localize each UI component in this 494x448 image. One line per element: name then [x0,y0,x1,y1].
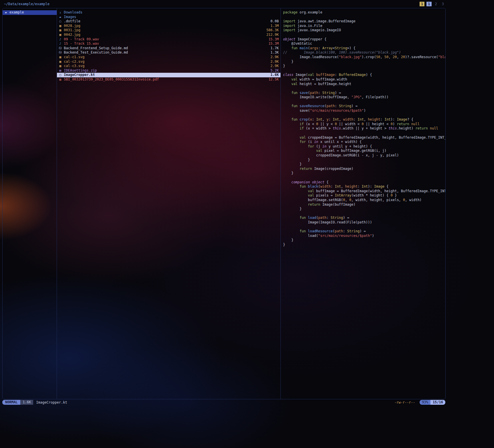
code-line: } [283,207,445,211]
file-row[interactable]: ▦0042.jpg212.9K [57,33,280,37]
file-permissions: -rw-r--r-- [394,400,415,404]
parent-pane: ▰example [3,8,57,399]
code-line: val buffImage = BufferedImage(width, hei… [283,189,445,194]
file-name: IDEAsettings.zip [64,68,270,73]
download-icon: ↓ [58,10,62,15]
image-icon: ▦ [58,24,62,28]
file-row[interactable]: ▰Images [57,15,280,19]
file-name: SBI_0032013739_2023_DE05_0003155631Invoi… [64,77,268,82]
code-line: for (i in x until x + width) { [283,140,445,144]
image-icon: ▦ [58,64,62,68]
code-line: val height = buffImage.height [283,82,445,87]
code-line: } [283,171,445,176]
scroll-percent-badge: 93% [420,400,430,405]
main-frame: ▰example ↓Downloads▰Images▢.dotfile0.0B▦… [2,8,446,399]
code-line: fun loadResource(path: String) = [283,229,445,234]
code-line [283,131,445,135]
file-row[interactable]: ▢.dotfile0.0B [57,19,280,24]
file-row[interactable]: ▤IDEAsettings.zip5.2K [57,68,280,73]
file-name: ImageCropper.kt [64,73,270,77]
file-row[interactable]: ▦cal-c3.svg2.9K [57,64,280,68]
code-line: return Image(buffImage) [283,203,445,207]
code-line: if (x < 0 || y < 0 || width < 0 || heigh… [283,122,445,127]
code-line: ImageIO.write(buffImage, "JPG", File(pat… [283,95,445,100]
preview-code: package org.exampleimport java.awt.image… [283,10,445,247]
file-row[interactable]: ▦cal-c2.svg2.9K [57,60,280,64]
mode-badge: NORMAL [2,400,20,405]
code-line: fun saveResource(path: String) = [283,104,445,109]
file-name: cal-c3.svg [64,64,270,68]
file-size: 1.6K [270,73,280,77]
file-name: 15 - Track 15.wav [64,42,268,46]
code-line: fun save(path: String) = [283,91,445,95]
file-row[interactable]: ⓂBackend_Test_Execution_Guide.md1.3K [57,50,280,55]
tab-1[interactable]: 1 [420,2,424,6]
code-line [283,211,445,216]
file-size: 212.9K [266,33,280,37]
code-line: val pixel = buffImage.getRGB(i, j) [283,149,445,153]
code-line: fun load(path: String) = [283,216,445,220]
file-row[interactable]: ⓂBackend_Frontend_Setup_Guide.md1.7K [57,46,280,51]
tab-4[interactable]: 3 [440,2,445,6]
file-row[interactable]: ▦0028.jpg1.3M [57,24,280,28]
code-line: } [283,158,445,162]
code-line: import java.awt.image.BufferedImage [283,19,445,24]
preview-pane: package org.exampleimport java.awt.image… [281,8,445,399]
tab-2[interactable]: 1 [426,2,431,6]
folder-icon: ▰ [58,15,62,19]
code-line: companion object { [283,180,445,185]
parent-item[interactable]: ▰example [3,10,57,15]
code-icon: ▢ [58,73,62,77]
code-line: buffImage.setRGB(0, 0, width, height, pi… [283,198,445,203]
file-row[interactable]: ↓Downloads [57,10,280,15]
tab-3[interactable]: 2 [434,2,438,6]
code-line: return Image(croppedImage) [283,167,445,171]
file-list: ↓Downloads▰Images▢.dotfile0.0B▦0028.jpg1… [57,8,281,399]
pdf-icon: ▥ [58,77,62,82]
status-bar: NORMAL 1.6K ImageCropper.kt -rw-r--r-- 9… [2,400,445,405]
code-line: import java.io.File [283,24,445,28]
file-name: Backend_Test_Execution_Guide.md [64,50,270,55]
code-line: } [283,60,445,64]
file-row[interactable]: ▢ImageCropper.kt1.6K [57,73,280,77]
file-row[interactable]: ♪09 - Track 09.wav15.3M [57,37,280,42]
image-icon: ▦ [58,33,62,37]
code-line: save("src/main/resources/$path") [283,109,445,113]
code-line [283,225,445,229]
file-row[interactable]: ▦cal-c1.svg2.9K [57,55,280,60]
file-name: .dotfile [64,19,270,24]
file-name: 09 - Track 09.wav [64,37,268,42]
file-row[interactable]: ▦0031.jpg586.3K [57,28,280,33]
folder-icon: ▰ [4,10,8,15]
breadcrumb[interactable]: ~/Data/example/example [4,2,50,6]
file-size: 2.9K [270,60,280,64]
code-line: for (j in y until y + height) { [283,144,445,149]
file-size: 0.0B [270,19,280,24]
code-line [283,68,445,73]
code-line [283,33,445,37]
file-size-badge: 1.6K [20,400,33,405]
file-size: 2.9K [270,64,280,68]
code-line: } [283,243,445,247]
code-line: Image.loadResource("black.jpg").crop(50,… [283,55,445,60]
code-line [283,100,445,104]
file-row[interactable]: ▥SBI_0032013739_2023_DE05_0003155631Invo… [57,77,280,82]
code-line: } [283,162,445,167]
audio-icon: ♪ [58,42,62,46]
file-name: cal-c1.svg [64,55,270,60]
file-name: Backend_Frontend_Setup_Guide.md [64,46,270,51]
file-row[interactable]: ♪15 - Track 15.wav15.3M [57,42,280,46]
code-line [283,15,445,19]
markdown-icon: Ⓜ [58,50,62,55]
code-line [283,113,445,118]
image-icon: ▦ [58,28,62,33]
code-line [283,86,445,91]
cursor-position-badge: 15/16 [430,400,445,405]
image-icon: ▦ [58,55,62,60]
file-size: 1.7K [270,46,280,51]
file-name: Downloads [64,10,279,15]
code-line: val croppedImage = BufferedImage(width, … [283,135,445,140]
code-line: croppedImage.setRGB(i - x, j - y, pixel) [283,153,445,158]
code-line: object ImageCropper { [283,37,445,42]
file-size: 15.3M [268,37,280,42]
